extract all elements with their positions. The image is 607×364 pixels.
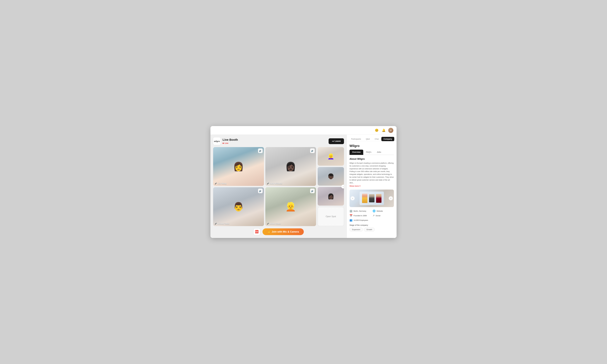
video-cell-adam: 👱 🔊 🎤 Adam Olsen xyxy=(265,187,316,226)
open-spot-label: Open Spot xyxy=(326,215,336,218)
bell-icon[interactable]: 🔔 xyxy=(381,128,386,133)
participant-name-adam: 🎤 Adam Olsen xyxy=(267,222,281,225)
company-name: Wilgro xyxy=(349,144,394,148)
mic-icon-adam: 🎤 xyxy=(267,223,269,225)
live-dot-indicator xyxy=(223,143,224,144)
leave-label: Leave xyxy=(335,140,341,142)
panel-body: Wilgro Overview FAQ's Jobs About Wilgro … xyxy=(347,141,396,238)
expand-arrow-button[interactable]: › xyxy=(341,185,344,188)
stage-tag-expansion[interactable]: Expansion xyxy=(349,228,363,232)
info-social[interactable]: ↗ Social xyxy=(372,214,394,217)
info-website[interactable]: 🌐 Website xyxy=(372,209,394,212)
booth-header-left: wilgro Live Booth Live xyxy=(213,137,238,145)
company-subtabs: Overview FAQ's Jobs xyxy=(349,150,394,155)
office-scene-image xyxy=(349,190,394,207)
people-icon: 👥 xyxy=(349,219,353,222)
info-location: 🏢 Berlin, Germany xyxy=(349,209,371,212)
stage-section: Stage of the company: Expansion Growth xyxy=(349,224,394,232)
subtab-faqs[interactable]: FAQ's xyxy=(363,150,374,155)
video-area: 👩 🔊 🎤 Lily Wang 👩🏿 🔊 🎤 Jada W xyxy=(213,147,344,226)
volume-button-jada[interactable]: 🔊 xyxy=(310,148,315,153)
participant-name-lily: 🎤 Lily Wang xyxy=(215,182,226,184)
participant-face-jada: 👩🏿 xyxy=(265,147,316,186)
mic-icon-lily: 🎤 xyxy=(215,182,217,184)
mic-icon-ahmed: 🎤 xyxy=(215,223,217,225)
participant-name-jada: 🎤 Jada Williams xyxy=(267,182,282,184)
leave-icon: ⇥ xyxy=(332,140,334,143)
tab-company[interactable]: Company xyxy=(381,137,394,141)
join-button[interactable]: 👋 Join with Mic & Camera xyxy=(263,228,304,235)
help-icon: 🆘 xyxy=(255,230,259,234)
participant-face-lily: 👩 xyxy=(213,147,264,186)
calendar-icon: 📅 xyxy=(349,214,353,217)
info-founded: 📅 Founded in 2008 xyxy=(349,214,371,217)
booth-title-area: Live Booth Live xyxy=(223,138,238,144)
subtab-jobs[interactable]: Jobs xyxy=(374,150,384,155)
join-emoji: 👋 xyxy=(267,230,270,233)
about-text: Wilgro is Europe's leading e-commerce pl… xyxy=(349,162,394,184)
topbar: 😊 🔔 U xyxy=(211,126,396,135)
bottom-toolbar: 🆘 👋 Join with Mic & Camera xyxy=(213,226,344,238)
company-info-grid: 🏢 Berlin, Germany 🌐 Website 📅 Founded in… xyxy=(349,209,394,222)
volume-button-adam[interactable]: 🔊 xyxy=(310,189,315,193)
participant-face-girl2: 👩🏿 xyxy=(318,187,344,206)
tab-participants[interactable]: Participants xyxy=(349,137,363,141)
tab-qa[interactable]: Q&A xyxy=(364,137,372,141)
booth-header: wilgro Live Booth Live ⇥ Leave xyxy=(213,137,344,145)
participant-face-guy2: 👦🏿 xyxy=(318,167,344,186)
volume-button-ahmed[interactable]: 🔊 xyxy=(258,189,263,193)
panel-tabs: Participants Q&A Chat Company xyxy=(347,135,396,141)
user-avatar[interactable]: U xyxy=(388,128,393,133)
stage-tags: Expansion Growth xyxy=(349,228,394,232)
live-label: Live xyxy=(224,142,228,144)
video-grid: 👩 🔊 🎤 Lily Wang 👩🏿 🔊 🎤 Jada W xyxy=(213,147,316,226)
participant-name-ahmed: 🎤 Ahmed Tekin xyxy=(215,222,229,225)
main-window: 😊 🔔 U wilgro Live Booth Live xyxy=(211,126,396,238)
globe-icon: 🌐 xyxy=(372,209,376,212)
building-icon: 🏢 xyxy=(349,209,353,212)
show-more-button[interactable]: Show more ▾ xyxy=(349,185,360,187)
tab-chat[interactable]: Chat xyxy=(372,137,381,141)
right-video-girl2: 👩🏿 xyxy=(318,187,344,206)
booth-logo: wilgro xyxy=(213,137,221,145)
share-icon: ↗ xyxy=(372,214,375,217)
participant-face-adam: 👱 xyxy=(265,187,316,226)
stage-label: Stage of the company: xyxy=(349,224,394,226)
booth-title: Live Booth xyxy=(223,138,238,142)
volume-button-lily[interactable]: 🔊 xyxy=(258,148,263,153)
live-badge: Live xyxy=(223,142,238,144)
help-button[interactable]: 🆘 xyxy=(253,228,260,235)
left-panel: wilgro Live Booth Live ⇥ Leave xyxy=(211,135,347,238)
carousel-prev-button[interactable]: ‹ xyxy=(351,196,355,200)
right-video-girl1: 👱‍♀️ xyxy=(318,147,344,166)
open-spot-cell: Open Spot xyxy=(318,207,344,226)
right-video-guy2: 👦🏿 xyxy=(318,167,344,186)
company-image-carousel: ‹ › xyxy=(349,190,394,207)
stage-tag-growth[interactable]: Growth xyxy=(364,228,375,232)
subtab-overview[interactable]: Overview xyxy=(349,150,363,155)
video-cell-lily: 👩 🔊 🎤 Lily Wang xyxy=(213,147,264,186)
video-cell-ahmed: 👨 🔊 🎤 Ahmed Tekin xyxy=(213,187,264,226)
join-label: Join with Mic & Camera xyxy=(272,230,299,233)
right-video-column: 👱‍♀️ 👦🏿 👩🏿 Open Spot › xyxy=(318,147,344,226)
info-employees: 👥 14,000 Employees xyxy=(349,219,371,222)
mic-icon-jada: 🎤 xyxy=(267,182,269,184)
right-panel: Participants Q&A Chat Company Wilgro Ove… xyxy=(347,135,396,238)
video-cell-jada: 👩🏿 🔊 🎤 Jada Williams xyxy=(265,147,316,186)
about-title: About Wilgro xyxy=(349,158,394,160)
participant-face-girl1: 👱‍♀️ xyxy=(318,147,344,166)
emoji-icon[interactable]: 😊 xyxy=(374,128,379,133)
main-content: wilgro Live Booth Live ⇥ Leave xyxy=(211,135,396,238)
leave-button[interactable]: ⇥ Leave xyxy=(329,138,344,144)
participant-face-ahmed: 👨 xyxy=(213,187,264,226)
carousel-next-button[interactable]: › xyxy=(389,196,393,200)
